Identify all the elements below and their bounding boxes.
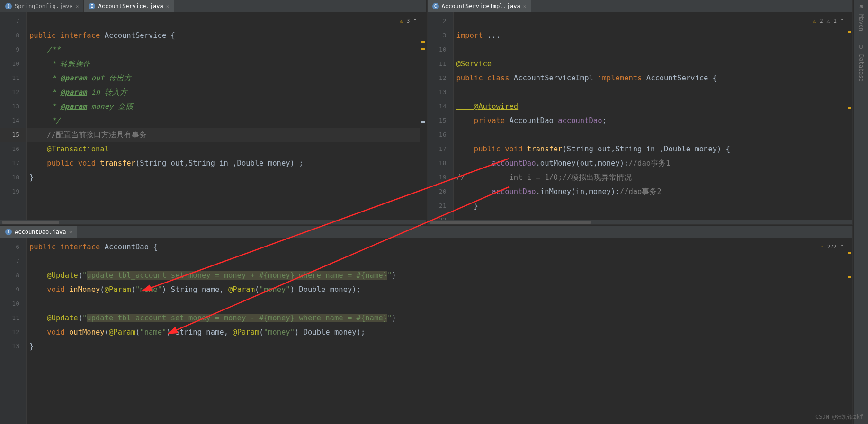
code-body[interactable]: ⚠ 272 ^ v public interface AccountDao { … xyxy=(27,238,852,424)
tab-accountdao[interactable]: I AccountDao.java × xyxy=(0,226,77,238)
line-number[interactable]: 22 xyxy=(428,213,453,220)
close-icon[interactable]: × xyxy=(76,3,79,9)
line-number[interactable]: 12 xyxy=(0,85,26,99)
close-icon[interactable]: × xyxy=(69,229,72,235)
scroll-marker[interactable] xyxy=(848,107,851,109)
line-number[interactable]: 7 xyxy=(0,254,26,268)
code-line[interactable]: } xyxy=(27,339,852,353)
tab-accountserviceimpl[interactable]: C AccountServiceImpl.java × xyxy=(428,0,532,12)
code-line[interactable] xyxy=(27,14,426,28)
scroll-marker[interactable] xyxy=(421,41,425,43)
code-line[interactable]: * @param money 金额 xyxy=(27,99,426,114)
line-number[interactable]: 11 xyxy=(428,57,453,71)
code-area[interactable]: 78910111213141516171819 ⚠ 3 ^ v public i… xyxy=(0,12,426,220)
code-line[interactable]: * 转账操作 xyxy=(27,57,426,71)
gutter[interactable]: 78910111213141516171819 xyxy=(0,12,27,220)
line-number[interactable]: 12 xyxy=(0,325,26,339)
scrollbar-vertical[interactable] xyxy=(420,12,426,220)
line-number[interactable]: 14 xyxy=(0,114,26,128)
code-line[interactable] xyxy=(454,128,853,142)
code-line[interactable]: accountDao.outMoney(out,money);//dao事务1 xyxy=(454,156,853,170)
code-line[interactable]: public class AccountServiceImpl implemen… xyxy=(454,71,853,85)
scroll-marker[interactable] xyxy=(848,31,851,33)
code-body[interactable]: ⚠ 2 ⚠ 1 ^ v import ...@Servicepublic cla… xyxy=(454,12,853,220)
code-line[interactable]: //配置当前接口方法具有事务 xyxy=(27,128,426,142)
code-line[interactable]: @Service xyxy=(454,57,853,71)
line-number[interactable]: 2 xyxy=(428,14,453,28)
code-line[interactable]: public void transfer(String out,String i… xyxy=(27,156,426,170)
line-number[interactable]: 10 xyxy=(0,57,26,71)
line-number[interactable]: 18 xyxy=(428,156,453,170)
code-line[interactable] xyxy=(454,14,853,28)
line-number[interactable]: 19 xyxy=(0,185,26,199)
line-number[interactable]: 18 xyxy=(0,170,26,185)
line-number[interactable]: 15 xyxy=(428,114,453,128)
code-line[interactable]: * @param in 转入方 xyxy=(27,85,426,99)
scroll-marker[interactable] xyxy=(848,252,851,254)
line-number[interactable]: 10 xyxy=(428,43,453,57)
line-number[interactable]: 19 xyxy=(428,170,453,185)
inspection-indicators[interactable]: ⚠ 272 ^ v xyxy=(820,240,850,254)
line-number[interactable]: 13 xyxy=(0,99,26,114)
scroll-marker[interactable] xyxy=(421,121,425,123)
code-line[interactable]: public interface AccountDao { xyxy=(27,240,852,254)
gutter[interactable]: 2310111213141516171819202122 xyxy=(428,12,454,220)
line-number[interactable]: 14 xyxy=(428,99,453,114)
code-line[interactable]: private AccountDao accountDao; xyxy=(454,114,853,128)
code-area[interactable]: 678910111213 ⚠ 272 ^ v public interface … xyxy=(0,238,852,424)
scrollbar-vertical[interactable] xyxy=(847,238,852,424)
line-number[interactable]: 11 xyxy=(0,71,26,85)
code-line[interactable]: @Transactional xyxy=(27,142,426,156)
line-number[interactable]: 6 xyxy=(0,240,26,254)
line-number[interactable]: 13 xyxy=(0,339,26,353)
line-number[interactable]: 7 xyxy=(0,14,26,28)
code-area[interactable]: 2310111213141516171819202122 ⚠ 2 ⚠ 1 ^ v… xyxy=(428,12,853,220)
line-number[interactable]: 9 xyxy=(0,43,26,57)
code-line[interactable]: } xyxy=(27,170,426,185)
database-tool-button[interactable]: Database xyxy=(858,54,865,82)
scrollbar-vertical[interactable] xyxy=(847,12,852,220)
line-number[interactable]: 21 xyxy=(428,199,453,213)
prev-highlight-icon[interactable]: ^ xyxy=(413,14,417,28)
line-number[interactable]: 17 xyxy=(0,156,26,170)
code-line[interactable]: void inMoney(@Param("name") String name,… xyxy=(27,283,852,297)
scrollbar-horizontal[interactable] xyxy=(0,220,426,224)
code-body[interactable]: ⚠ 3 ^ v public interface AccountService … xyxy=(27,12,426,220)
code-line[interactable] xyxy=(27,297,852,311)
code-line[interactable]: * @param out 传出方 xyxy=(27,71,426,85)
code-line[interactable] xyxy=(27,254,852,268)
code-line[interactable]: accountDao.inMoney(in,money);//dao事务2 xyxy=(454,185,853,199)
code-line[interactable] xyxy=(454,43,853,57)
line-number[interactable]: 20 xyxy=(428,185,453,199)
code-line[interactable] xyxy=(454,213,853,220)
line-number[interactable]: 13 xyxy=(428,85,453,99)
line-number[interactable]: 8 xyxy=(0,268,26,283)
scroll-thumb[interactable] xyxy=(430,221,591,224)
code-line[interactable]: void outMoney(@Param("name") String name… xyxy=(27,325,852,339)
line-number[interactable]: 12 xyxy=(428,71,453,85)
prev-highlight-icon[interactable]: ^ xyxy=(841,240,844,254)
tab-accountservice[interactable]: I AccountService.java × xyxy=(84,0,174,12)
code-line[interactable] xyxy=(27,185,426,199)
line-number[interactable]: 9 xyxy=(0,283,26,297)
scroll-thumb[interactable] xyxy=(2,221,59,224)
code-line[interactable]: import ... xyxy=(454,28,853,43)
line-number[interactable]: 15 xyxy=(0,128,26,142)
code-line[interactable]: @Autowired xyxy=(454,99,853,114)
scrollbar-horizontal[interactable] xyxy=(428,220,853,224)
line-number[interactable]: 17 xyxy=(428,142,453,156)
code-line[interactable]: */ xyxy=(27,114,426,128)
inspection-indicators[interactable]: ⚠ 2 ⚠ 1 ^ v xyxy=(813,14,850,28)
code-line[interactable]: @Update("update tbl_account set money = … xyxy=(27,311,852,325)
code-line[interactable]: } xyxy=(454,199,853,213)
scroll-marker[interactable] xyxy=(421,48,425,50)
code-line[interactable]: @Update("update tbl_account set money = … xyxy=(27,268,852,283)
tab-springconfig[interactable]: C SpringConfig.java × xyxy=(0,0,84,12)
code-line[interactable]: /** xyxy=(27,43,426,57)
gutter[interactable]: 678910111213 xyxy=(0,238,27,424)
line-number[interactable]: 16 xyxy=(428,128,453,142)
close-icon[interactable]: × xyxy=(523,3,527,9)
line-number[interactable]: 8 xyxy=(0,28,26,43)
code-line[interactable]: public void transfer(String out,String i… xyxy=(454,142,853,156)
line-number[interactable]: 11 xyxy=(0,311,26,325)
